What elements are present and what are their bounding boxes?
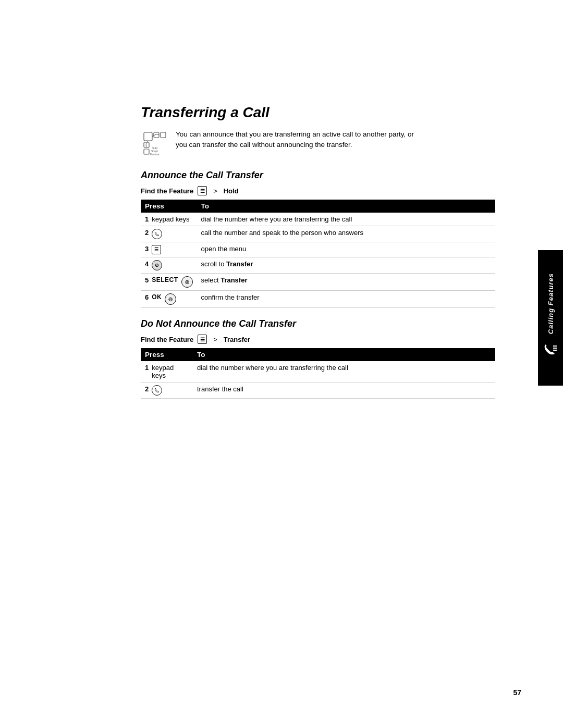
- nav-icon-select: ◎: [181, 276, 193, 288]
- phone-icon-2: [152, 385, 162, 396]
- section1: Announce the Call Transfer Find the Feat…: [141, 170, 495, 308]
- col-press-2: Press: [141, 348, 193, 361]
- section2: Do Not Announce the Call Transfer Find t…: [141, 318, 495, 399]
- col-to-2: To: [193, 348, 495, 361]
- to-cell: call the number and speak to the person …: [197, 226, 495, 242]
- menu-icon-1: ☰: [198, 186, 207, 195]
- to-cell: scroll to Transfer: [197, 257, 495, 274]
- press-cell: 5 SELECT ◎: [141, 274, 197, 291]
- section2-title: Do Not Announce the Call Transfer: [141, 318, 495, 329]
- intro-text: You can announce that you are transferri…: [176, 129, 426, 151]
- side-tab-label: Calling Features: [547, 273, 555, 334]
- to-cell: open the menu: [197, 242, 495, 257]
- table-row: 3 ☰ open the menu: [141, 242, 495, 257]
- section1-table: Press To 1 keypad keys dial the number w…: [141, 200, 495, 308]
- svg-rect-4: [144, 149, 149, 154]
- phone-tab-icon: [542, 342, 559, 363]
- table-row: 1 keypad keys dial the number where you …: [141, 361, 495, 382]
- page-number: 57: [513, 688, 521, 697]
- col-press-1: Press: [141, 200, 197, 213]
- table-row: 1 keypad keys dial the number where you …: [141, 213, 495, 226]
- table-row: 6 OK ◎ confirm the transfer: [141, 291, 495, 308]
- to-cell: select Transfer: [197, 274, 495, 291]
- phone-icon: [152, 229, 162, 239]
- section1-title: Announce the Call Transfer: [141, 170, 495, 181]
- section2-table: Press To 1 keypad keys dial the number w…: [141, 348, 495, 399]
- table-row: 5 SELECT ◎ select Transfer: [141, 274, 495, 291]
- find-feature-row-2: Find the Feature ☰ > Transfer: [141, 335, 495, 344]
- to-cell: transfer the call: [193, 382, 495, 399]
- find-feature-dest-1: Hold: [224, 187, 239, 195]
- svg-rect-0: [144, 132, 152, 141]
- motorola-icon: Sub/ Script Feature: [141, 129, 169, 159]
- menu-box-icon: ☰: [152, 245, 161, 254]
- table-row: 2 call the number and speak to the perso…: [141, 226, 495, 242]
- to-cell: confirm the transfer: [197, 291, 495, 308]
- arrow-2: >: [213, 336, 217, 343]
- press-cell: 2: [141, 382, 193, 399]
- press-cell: 2: [141, 226, 197, 242]
- nav-icon-ok: ◎: [165, 293, 176, 305]
- page-title: Transferring a Call: [141, 104, 495, 121]
- press-cell: 1 keypad keys: [141, 361, 193, 382]
- intro-block: Sub/ Script Feature You can announce tha…: [141, 129, 495, 159]
- find-feature-row-1: Find the Feature ☰ > Hold: [141, 186, 495, 195]
- find-feature-label-1: Find the Feature: [141, 187, 193, 195]
- arrow-1: >: [213, 187, 217, 195]
- side-tab: Calling Features: [538, 250, 563, 386]
- scroll-icon: ⊙: [152, 260, 162, 270]
- table-row: 4 ⊙ scroll to Transfer: [141, 257, 495, 274]
- press-cell: 3 ☰: [141, 242, 197, 257]
- col-to-1: To: [197, 200, 495, 213]
- to-cell: dial the number where you are transferri…: [193, 361, 495, 382]
- to-cell: dial the number where you are transferri…: [197, 213, 495, 226]
- find-feature-label-2: Find the Feature: [141, 336, 193, 343]
- menu-icon-2: ☰: [198, 335, 207, 344]
- find-feature-dest-2: Transfer: [224, 336, 250, 343]
- table-row: 2 transfer the call: [141, 382, 495, 399]
- press-cell: 1 keypad keys: [141, 213, 197, 226]
- press-cell: 4 ⊙: [141, 257, 197, 274]
- svg-text:Feature: Feature: [150, 153, 159, 156]
- svg-rect-2: [161, 132, 166, 138]
- press-cell: 6 OK ◎: [141, 291, 197, 308]
